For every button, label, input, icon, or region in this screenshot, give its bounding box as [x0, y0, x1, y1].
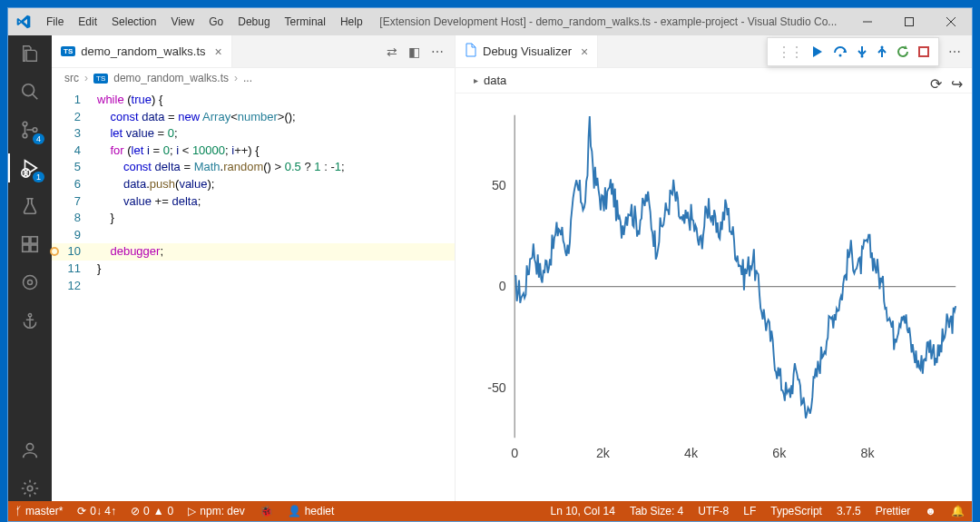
popout-icon[interactable]: ↪: [951, 75, 963, 93]
more-icon[interactable]: ⋯: [948, 44, 961, 59]
keep-icon[interactable]: [17, 270, 43, 295]
line-number[interactable]: 5: [52, 159, 88, 176]
code-line[interactable]: 6 data.push(value);: [52, 176, 455, 193]
status-lang[interactable]: TypeScript: [763, 505, 829, 517]
code-editor[interactable]: 1while (true) {2 const data = new Array<…: [52, 88, 455, 294]
line-number[interactable]: 7: [52, 193, 88, 211]
code-line[interactable]: 1while (true) {: [52, 92, 455, 109]
breakpoint-icon[interactable]: [50, 247, 59, 256]
status-live[interactable]: 👤hediet: [280, 505, 342, 517]
source-control-icon[interactable]: 4: [17, 117, 43, 143]
tab-demo-random-walks[interactable]: TS demo_random_walks.ts ×: [52, 35, 232, 67]
code-line[interactable]: 10 debugger;: [52, 243, 455, 261]
menu-debug[interactable]: Debug: [230, 8, 277, 35]
breadcrumb-seg[interactable]: demo_random_walks.ts: [113, 72, 229, 84]
code-text[interactable]: [88, 227, 97, 244]
chevron-right-icon[interactable]: ▸: [474, 75, 478, 85]
line-number[interactable]: 4: [52, 143, 88, 160]
line-number[interactable]: 10: [52, 243, 88, 261]
code-text[interactable]: data.push(value);: [88, 176, 214, 193]
more-icon[interactable]: ⋯: [431, 44, 444, 59]
close-icon[interactable]: ×: [215, 44, 222, 59]
tab-debug-visualizer[interactable]: Debug Visualizer ×: [456, 35, 598, 67]
svg-rect-10: [23, 237, 29, 243]
code-line[interactable]: 12: [52, 278, 455, 295]
status-sync[interactable]: ⟳0↓ 4↑: [70, 505, 123, 517]
split-editor-icon[interactable]: ◧: [408, 44, 420, 59]
code-text[interactable]: debugger;: [88, 243, 163, 261]
menu-view[interactable]: View: [163, 8, 201, 35]
code-line[interactable]: 2 const data = new Array<number>();: [52, 109, 455, 126]
code-text[interactable]: while (true) {: [88, 92, 162, 109]
code-text[interactable]: }: [88, 261, 101, 278]
code-text[interactable]: const data = new Array<number>();: [88, 109, 296, 126]
stop-button[interactable]: [918, 46, 929, 57]
status-debug-target[interactable]: 🐞: [252, 505, 280, 517]
code-line[interactable]: 9: [52, 227, 455, 244]
line-number[interactable]: 11: [52, 261, 88, 278]
expression-text[interactable]: data: [484, 74, 506, 87]
testing-icon[interactable]: [17, 193, 43, 219]
debug-icon[interactable]: 1: [17, 155, 43, 181]
status-problems[interactable]: ⊘0▲0: [123, 505, 181, 517]
code-text[interactable]: for (let i = 0; i < 10000; i++) {: [88, 143, 260, 160]
menu-selection[interactable]: Selection: [104, 8, 163, 35]
menu-terminal[interactable]: Terminal: [278, 8, 333, 35]
code-line[interactable]: 5 const delta = Math.random() > 0.5 ? 1 …: [52, 159, 455, 176]
minimize-button[interactable]: [847, 8, 888, 35]
search-icon[interactable]: [17, 79, 43, 104]
breadcrumb-tail[interactable]: ...: [243, 72, 252, 84]
refresh-icon[interactable]: ⟳: [930, 75, 942, 93]
step-into-button[interactable]: [857, 45, 867, 58]
status-feedback[interactable]: ☻: [917, 505, 944, 517]
debug-toolbar[interactable]: ⋮⋮: [767, 37, 939, 66]
line-number[interactable]: 9: [52, 227, 88, 244]
code-text[interactable]: }: [88, 210, 114, 227]
close-button[interactable]: [930, 8, 972, 35]
settings-icon[interactable]: [17, 476, 43, 501]
compare-icon[interactable]: ⇄: [387, 44, 397, 59]
extensions-icon[interactable]: [17, 231, 43, 257]
code-line[interactable]: 7 value += delta;: [52, 193, 455, 211]
status-tabsize[interactable]: Tab Size: 4: [622, 505, 691, 517]
code-text[interactable]: [88, 278, 97, 295]
code-text[interactable]: let value = 0;: [88, 125, 178, 143]
status-bell[interactable]: 🔔: [944, 505, 972, 517]
accounts-icon[interactable]: [17, 438, 43, 463]
status-version[interactable]: 3.7.5: [829, 505, 868, 517]
status-encoding[interactable]: UTF-8: [691, 505, 736, 517]
line-number[interactable]: 3: [52, 125, 88, 143]
close-icon[interactable]: ×: [581, 44, 588, 59]
status-npm[interactable]: ▷npm: dev: [181, 505, 251, 517]
line-number[interactable]: 12: [52, 278, 88, 295]
code-line[interactable]: 4 for (let i = 0; i < 10000; i++) {: [52, 143, 455, 160]
code-text[interactable]: value += delta;: [88, 193, 201, 211]
code-line[interactable]: 3 let value = 0;: [52, 125, 455, 143]
menu-edit[interactable]: Edit: [71, 8, 104, 35]
line-number[interactable]: 6: [52, 176, 88, 193]
restart-button[interactable]: [897, 45, 909, 58]
status-eol[interactable]: LF: [736, 505, 763, 517]
maximize-button[interactable]: [888, 8, 930, 35]
line-number[interactable]: 8: [52, 210, 88, 227]
step-out-button[interactable]: [877, 45, 887, 58]
code-line[interactable]: 8 }: [52, 210, 455, 227]
visualizer-expression-row[interactable]: ▸ data: [456, 68, 972, 94]
explorer-icon[interactable]: [17, 41, 43, 66]
line-number[interactable]: 2: [52, 109, 88, 126]
breadcrumb-seg[interactable]: src: [64, 72, 79, 84]
step-over-button[interactable]: [833, 45, 848, 58]
menu-file[interactable]: File: [39, 8, 71, 35]
menu-help[interactable]: Help: [333, 8, 370, 35]
line-number[interactable]: 1: [52, 92, 88, 109]
breadcrumb[interactable]: src › TS demo_random_walks.ts › ...: [52, 68, 455, 88]
status-prettier[interactable]: Prettier: [868, 505, 918, 517]
drag-grip-icon[interactable]: ⋮⋮: [777, 44, 802, 61]
status-branch[interactable]: ᚶmaster*: [8, 505, 70, 517]
anchor-icon[interactable]: [17, 308, 43, 333]
continue-button[interactable]: [811, 45, 824, 58]
status-cursor[interactable]: Ln 10, Col 14: [543, 505, 622, 517]
code-line[interactable]: 11}: [52, 261, 455, 278]
code-text[interactable]: const delta = Math.random() > 0.5 ? 1 : …: [88, 159, 345, 176]
menu-go[interactable]: Go: [201, 8, 230, 35]
